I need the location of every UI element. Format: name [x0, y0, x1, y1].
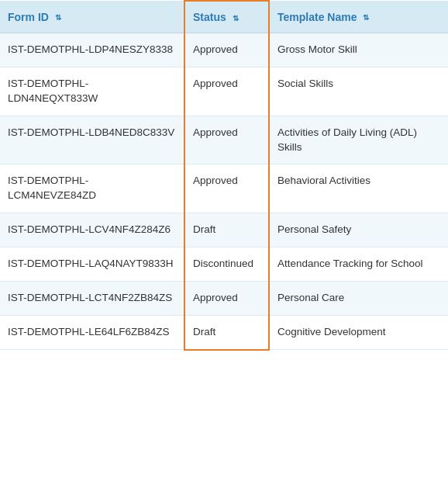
cell-template-name: Gross Motor Skill	[269, 33, 448, 67]
cell-form-id: IST-DEMOTPHL-LE64LF6ZB84ZS	[0, 315, 184, 349]
cell-status: Approved	[184, 67, 269, 116]
sort-icon-form-id[interactable]: ⇅	[55, 13, 61, 22]
cell-status: Approved	[184, 116, 269, 164]
cell-form-id: IST-DEMOTPHL-LCV4NF4Z284Z6	[0, 213, 184, 247]
cell-status: Draft	[184, 213, 269, 247]
table-row: IST-DEMOTPHL-LE64LF6ZB84ZSDraftCognitive…	[0, 315, 448, 349]
cell-form-id: IST-DEMOTPHL-LAQ4NAYT9833H	[0, 247, 184, 282]
cell-status: Draft	[184, 315, 269, 349]
table-row: IST-DEMOTPHL-LCT4NF2ZB84ZSApprovedPerson…	[0, 282, 448, 316]
column-header-template-name[interactable]: Template Name ⇅	[269, 1, 448, 33]
cell-template-name: Attendance Tracking for School	[269, 247, 448, 282]
table-row: IST-DEMOTPHL-LDB4NED8C833VApprovedActivi…	[0, 116, 448, 164]
sort-icon-template-name[interactable]: ⇅	[363, 13, 369, 22]
column-header-form-id[interactable]: Form ID ⇅	[0, 1, 184, 33]
column-header-status[interactable]: Status ⇅	[184, 1, 269, 33]
col-label-template-name: Template Name	[277, 11, 357, 23]
cell-template-name: Social Skills	[269, 67, 448, 116]
cell-form-id: IST-DEMOTPHL-LCT4NF2ZB84ZS	[0, 282, 184, 316]
data-table: Form ID ⇅ Status ⇅ Template Name ⇅ IST-D…	[0, 0, 448, 351]
sort-icon-status[interactable]: ⇅	[233, 14, 239, 22]
cell-template-name: Personal Safety	[269, 213, 448, 247]
table-row: IST-DEMOTPHL-LCM4NEVZE84ZDApprovedBehavi…	[0, 164, 448, 213]
table-row: IST-DEMOTPHL-LCV4NF4Z284Z6DraftPersonal …	[0, 213, 448, 247]
table-row: IST-DEMOTPHL-LDN4NEQXT833WApprovedSocial…	[0, 67, 448, 116]
cell-form-id: IST-DEMOTPHL-LCM4NEVZE84ZD	[0, 164, 184, 213]
cell-status: Discontinued	[184, 247, 269, 282]
cell-status: Approved	[184, 33, 269, 67]
cell-template-name: Cognitive Development	[269, 315, 448, 349]
cell-status: Approved	[184, 282, 269, 316]
cell-template-name: Personal Care	[269, 282, 448, 316]
col-label-form-id: Form ID	[8, 11, 49, 23]
cell-form-id: IST-DEMOTPHL-LDP4NESZY8338	[0, 33, 184, 67]
cell-template-name: Activities of Daily Living (ADL) Skills	[269, 116, 448, 164]
cell-status: Approved	[184, 164, 269, 213]
table-row: IST-DEMOTPHL-LDP4NESZY8338ApprovedGross …	[0, 33, 448, 67]
table-row: IST-DEMOTPHL-LAQ4NAYT9833HDiscontinuedAt…	[0, 247, 448, 282]
cell-form-id: IST-DEMOTPHL-LDB4NED8C833V	[0, 116, 184, 164]
cell-template-name: Behavioral Activities	[269, 164, 448, 213]
cell-form-id: IST-DEMOTPHL-LDN4NEQXT833W	[0, 67, 184, 116]
col-label-status: Status	[193, 11, 226, 23]
